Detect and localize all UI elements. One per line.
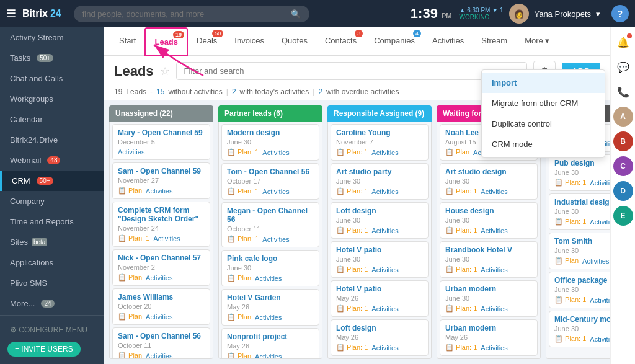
sidebar-item-sites[interactable]: Sites beta bbox=[0, 232, 104, 252]
card[interactable]: Sam - Open Channel 59 November 27 📋 Plan… bbox=[112, 162, 210, 199]
card[interactable]: Art studio party June 30 📋 Plan: 1Activi… bbox=[331, 163, 429, 200]
help-button[interactable]: ? bbox=[611, 5, 629, 22]
tab-start[interactable]: Start bbox=[110, 27, 144, 55]
card[interactable]: Complete CRM form "Design Sketch Order" … bbox=[112, 202, 210, 247]
card[interactable]: Sam - Open Channel 56 October 11 📋 PlanA… bbox=[112, 327, 210, 359]
stats-separator-1: - bbox=[150, 87, 153, 96]
sidebar-item-chat[interactable]: Chat and Calls bbox=[0, 68, 104, 89]
right-sidebar: 🔔 💬 📞 A B C D E bbox=[610, 27, 635, 364]
sidebar-item-webmail[interactable]: Webmail 48 bbox=[0, 150, 104, 171]
right-avatar-3[interactable]: C bbox=[613, 156, 633, 176]
card[interactable]: Mary - Open Channel 59 December 5 Activi… bbox=[112, 124, 210, 160]
tab-bar: Start Leads 19 Deals 50 Invoices Quotes … bbox=[104, 27, 610, 56]
star-icon[interactable]: ☆ bbox=[160, 64, 170, 78]
sidebar-item-plivo[interactable]: Plivo SMS bbox=[0, 273, 104, 293]
card[interactable]: Urban modern May 26 📋 Plan: 1Activities bbox=[440, 319, 538, 356]
card[interactable]: Hotel V patio May 26 📋 Plan: 1Activities bbox=[331, 280, 429, 317]
without-label: without activities bbox=[168, 87, 222, 96]
card[interactable]: Caroline Young November 7 📋 Plan: 1Activ… bbox=[331, 124, 429, 161]
card[interactable]: Loft design May 26 📋 Plan: 1Activities bbox=[331, 319, 429, 356]
card[interactable]: Art studio design June 30 📋 Plan: 1Activ… bbox=[440, 163, 538, 200]
configure-menu[interactable]: ⚙ CONFIGURE MENU bbox=[0, 321, 104, 339]
col-header-responsible: Responsible Assigned (9) bbox=[327, 105, 432, 122]
card[interactable]: Hotel V Garden May 26 📋 PlanActivities bbox=[221, 289, 319, 326]
right-avatar-4[interactable]: D bbox=[613, 181, 633, 201]
dropdown-item-crm-mode[interactable]: CRM mode bbox=[482, 134, 605, 154]
card[interactable]: James Williams October 20 📋 PlanActiviti… bbox=[112, 288, 210, 325]
time-right: ▲ 6:30 PM ▼ 1 WORKING bbox=[460, 7, 504, 20]
chevron-down-icon: ▾ bbox=[596, 9, 600, 19]
card[interactable]: Megan - Open Channel 56 October 11 📋 Pla… bbox=[221, 202, 319, 247]
sidebar-item-company[interactable]: Company bbox=[0, 191, 104, 211]
kanban-col-partner: Partner leads (6) Modern design June 30 … bbox=[218, 105, 322, 359]
time-area: 1:39 PM ▲ 6:30 PM ▼ 1 WORKING bbox=[411, 6, 504, 22]
invite-users-button[interactable]: + INVITE USERS bbox=[7, 342, 81, 357]
right-avatar-5[interactable]: E bbox=[613, 206, 633, 226]
without-activities-count[interactable]: 15 bbox=[156, 87, 164, 96]
sidebar-item-workgroups[interactable]: Workgroups bbox=[0, 89, 104, 109]
card[interactable]: Pub design June 30 📋 Plan: 1Activities bbox=[549, 154, 610, 191]
dropdown-item-migrate[interactable]: Migrate from other CRM bbox=[482, 93, 605, 113]
tab-companies[interactable]: Companies 4 bbox=[365, 27, 424, 55]
sidebar-item-calendar[interactable]: Calendar bbox=[0, 109, 104, 130]
sidebar-item-activity[interactable]: Activity Stream bbox=[0, 27, 104, 48]
search-icon: 🔍 bbox=[291, 9, 301, 19]
sidebar-item-drive[interactable]: Bitrix24.Drive bbox=[0, 130, 104, 150]
kanban-col-unassigned: Unassigned (22) Mary - Open Channel 59 D… bbox=[109, 105, 213, 359]
tab-contacts[interactable]: Contacts 3 bbox=[316, 27, 365, 55]
card[interactable]: Pink cafe logo June 30 📋 PlanActivities bbox=[221, 250, 319, 286]
time-ampm: PM bbox=[442, 12, 452, 19]
card[interactable]: Brandbook Hotel V June 30 📋 Plan: 1Activ… bbox=[440, 241, 538, 278]
search-input[interactable] bbox=[82, 9, 286, 19]
card[interactable]: Urban modern June 30 📋 Plan: 1Activities bbox=[440, 280, 538, 317]
right-avatar-1[interactable]: A bbox=[613, 107, 633, 127]
card[interactable]: Tom - Open Channel 56 October 17 📋 Plan:… bbox=[221, 163, 319, 200]
with-today-count[interactable]: 2 bbox=[232, 87, 236, 96]
card[interactable]: House design June 30 📋 Plan: 1Activities bbox=[440, 202, 538, 239]
tab-quotes[interactable]: Quotes bbox=[273, 27, 316, 55]
phone-icon[interactable]: 📞 bbox=[613, 82, 633, 102]
dropdown-menu: Import Migrate from other CRM Duplicate … bbox=[481, 69, 605, 158]
card[interactable]: Modern design June 30 📋 Plan: 1Activitie… bbox=[221, 124, 319, 161]
leads-title: Leads bbox=[114, 63, 154, 79]
tab-deals[interactable]: Deals 50 bbox=[188, 27, 226, 55]
sidebar-item-time[interactable]: Time and Reports bbox=[0, 211, 104, 232]
tab-invoices[interactable]: Invoices bbox=[226, 27, 273, 55]
user-area[interactable]: 👩 Yana Prokopets ▾ bbox=[509, 4, 600, 24]
card[interactable]: Nick - Open Channel 57 November 2 📋 Plan… bbox=[112, 249, 210, 286]
card[interactable]: Hotel V patio June 30 📋 Plan: 1Activitie… bbox=[331, 241, 429, 278]
with-today-label: with today's activities bbox=[240, 87, 309, 96]
card[interactable]: Office package June 30 📋 Plan: 1Activiti… bbox=[549, 272, 610, 308]
col-header-unassigned: Unassigned (22) bbox=[109, 105, 213, 122]
sidebar-item-more[interactable]: More... 24 bbox=[0, 293, 104, 314]
avatar: 👩 bbox=[509, 4, 529, 24]
logo: Bitrix24 bbox=[22, 8, 61, 19]
search-bar[interactable]: 🔍 bbox=[74, 6, 309, 22]
right-avatar-2[interactable]: B bbox=[613, 131, 633, 151]
hamburger-icon[interactable]: ☰ bbox=[6, 7, 16, 20]
sidebar-item-tasks[interactable]: Tasks 50+ bbox=[0, 48, 104, 68]
sidebar-item-applications[interactable]: Applications bbox=[0, 252, 104, 273]
total-count: 19 bbox=[114, 87, 122, 96]
chat-icon[interactable]: 💬 bbox=[613, 57, 633, 77]
notification-icon[interactable]: 🔔 bbox=[613, 32, 633, 52]
sidebar-item-crm[interactable]: CRM 50+ bbox=[0, 171, 104, 191]
tab-stream[interactable]: Stream bbox=[473, 27, 516, 55]
with-overdue-count[interactable]: 2 bbox=[318, 87, 322, 96]
tab-more[interactable]: More ▾ bbox=[516, 27, 558, 55]
dropdown-item-import[interactable]: Import bbox=[482, 73, 605, 93]
card[interactable]: Mid-Century modern d... June 30 📋 Plan: … bbox=[549, 311, 610, 347]
card[interactable]: Nonprofit project May 26 📋 PlanActivitie… bbox=[221, 328, 319, 359]
sidebar: Activity Stream Tasks 50+ Chat and Calls… bbox=[0, 27, 104, 364]
tab-activities[interactable]: Activities bbox=[424, 27, 473, 55]
col-header-partner: Partner leads (6) bbox=[218, 105, 322, 122]
stats-separator-2: | bbox=[226, 87, 228, 96]
status-badge: WORKING bbox=[460, 14, 490, 20]
top-bar: ☰ Bitrix24 🔍 1:39 PM ▲ 6:30 PM ▼ 1 WORKI… bbox=[0, 0, 635, 27]
card[interactable]: Tom Smith June 30 📋 PlanActivities bbox=[549, 233, 610, 269]
leads-search-input[interactable] bbox=[176, 62, 527, 80]
dropdown-item-duplicate[interactable]: Duplicate control bbox=[482, 113, 605, 134]
card[interactable]: Loft design June 30 📋 Plan: 1Activities bbox=[331, 202, 429, 239]
card[interactable]: Industrial design June 30 📋 Plan: 1Activ… bbox=[549, 193, 610, 230]
tab-leads[interactable]: Leads 19 bbox=[144, 27, 188, 56]
